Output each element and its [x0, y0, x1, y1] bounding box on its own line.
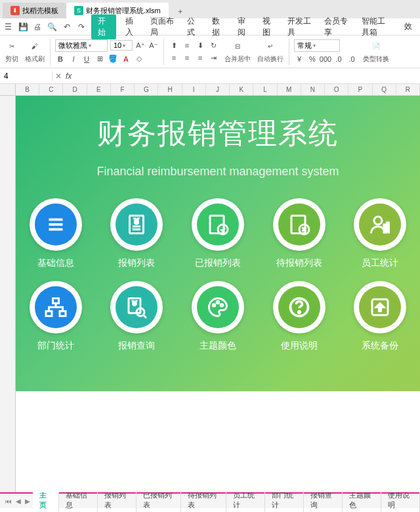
- select-all-corner[interactable]: [0, 84, 16, 95]
- svg-text:¥: ¥: [133, 300, 137, 307]
- svg-rect-15: [46, 311, 52, 316]
- percent-icon[interactable]: %: [307, 54, 318, 64]
- col-header[interactable]: Q: [373, 84, 396, 95]
- svg-rect-12: [384, 224, 386, 232]
- col-header[interactable]: G: [135, 84, 158, 95]
- bold-icon[interactable]: B: [55, 54, 66, 64]
- dashboard-item-7[interactable]: 主题颜色: [187, 281, 249, 352]
- redo-icon[interactable]: ↷: [77, 21, 86, 33]
- merge-group[interactable]: ⊟ 合并居中: [222, 40, 253, 64]
- backup-icon: [359, 286, 401, 328]
- dashboard-item-0[interactable]: 基础信息: [25, 198, 87, 269]
- icon-circle: ¥: [110, 198, 163, 251]
- col-header[interactable]: M: [278, 84, 301, 95]
- underline-icon[interactable]: U: [81, 54, 92, 64]
- svg-rect-16: [60, 311, 66, 316]
- font-size-dropdown[interactable]: 10: [110, 40, 133, 51]
- col-header[interactable]: R: [396, 84, 420, 95]
- menu-smart-tools[interactable]: 智能工具箱: [358, 16, 395, 38]
- highlight-icon[interactable]: ◇: [134, 54, 144, 64]
- svg-point-25: [298, 311, 299, 312]
- merge-label: 合并居中: [224, 54, 251, 64]
- fx-label[interactable]: fx: [66, 72, 72, 81]
- name-box[interactable]: 4: [0, 72, 52, 81]
- format-painter-group[interactable]: 🖌 格式刷: [22, 40, 47, 64]
- menu-icon[interactable]: ☰: [4, 21, 13, 33]
- cut-group[interactable]: ✂ 剪切: [3, 40, 21, 64]
- decrease-font-icon[interactable]: A⁻: [148, 40, 159, 51]
- align-left-icon[interactable]: ≡: [169, 53, 179, 63]
- align-right-icon[interactable]: ≡: [195, 53, 205, 63]
- font-family-dropdown[interactable]: 微软雅黑: [55, 39, 108, 52]
- type-convert-group[interactable]: 📄 类型转换: [360, 40, 392, 64]
- indent-icon[interactable]: ⇥: [208, 53, 219, 63]
- col-header[interactable]: I: [182, 84, 206, 95]
- font-color-icon[interactable]: A: [121, 54, 131, 64]
- preview-icon[interactable]: 🔍: [47, 21, 57, 33]
- wrap-group[interactable]: ↵ 自动换行: [255, 40, 286, 64]
- decimal-dec-icon[interactable]: .0: [346, 54, 357, 64]
- svg-point-11: [374, 217, 382, 224]
- dashboard-item-1[interactable]: ¥报销列表: [106, 198, 168, 269]
- col-header[interactable]: D: [63, 84, 87, 95]
- col-header[interactable]: O: [325, 84, 348, 95]
- col-header[interactable]: J: [206, 84, 230, 95]
- orientation-icon[interactable]: ↻: [208, 40, 219, 51]
- align-bottom-icon[interactable]: ⬇: [195, 40, 205, 51]
- menu-insert[interactable]: 插入: [121, 16, 141, 38]
- col-header[interactable]: H: [158, 84, 182, 95]
- icon-circle: [354, 281, 406, 333]
- fx-cancel-icon[interactable]: ✕: [55, 72, 62, 81]
- col-header[interactable]: N: [301, 84, 325, 95]
- align-top-icon[interactable]: ⬆: [169, 40, 179, 51]
- col-header[interactable]: P: [348, 84, 372, 95]
- icon-label: 系统备份: [362, 340, 398, 352]
- spreadsheet-icon: S: [74, 6, 83, 15]
- dashboard-item-8[interactable]: 使用说明: [268, 281, 330, 352]
- col-header[interactable]: F: [111, 84, 135, 95]
- icon-circle: [30, 198, 82, 251]
- menu-page-layout[interactable]: 页面布局: [146, 16, 178, 38]
- menu-dev-tools[interactable]: 开发工具: [284, 16, 315, 38]
- italic-icon[interactable]: I: [68, 54, 79, 64]
- dashboard-item-9[interactable]: 系统备份: [349, 281, 411, 352]
- start-tab[interactable]: 开始: [91, 14, 116, 39]
- col-header[interactable]: B: [16, 84, 39, 95]
- formula-bar: 4 ✕ fx: [0, 68, 420, 84]
- comma-icon[interactable]: 000: [320, 54, 331, 64]
- row-headers[interactable]: [0, 96, 16, 492]
- print-icon[interactable]: 🖨: [33, 21, 43, 33]
- menu-data[interactable]: 数据: [208, 16, 228, 38]
- number-format-dropdown[interactable]: 常规: [294, 39, 340, 52]
- save-icon[interactable]: 💾: [18, 21, 28, 33]
- currency-icon[interactable]: ¥: [294, 54, 304, 64]
- sheet-nav-next-icon[interactable]: ▶: [23, 496, 33, 506]
- dashboard-item-4[interactable]: 员工统计: [349, 198, 411, 269]
- font-group: 微软雅黑 10 A⁺ A⁻ B I U ⊞ 🪣 A ◇: [53, 39, 161, 64]
- menu-member[interactable]: 会员专享: [320, 16, 352, 38]
- sheet-nav-prev-icon[interactable]: ◀: [14, 496, 24, 506]
- col-header[interactable]: E: [87, 84, 111, 95]
- dashboard-item-3[interactable]: 待报销列表: [268, 198, 330, 269]
- fill-color-icon[interactable]: 🪣: [108, 54, 118, 64]
- align-middle-icon[interactable]: ≡: [182, 40, 192, 51]
- menu-view[interactable]: 视图: [259, 16, 278, 38]
- decimal-inc-icon[interactable]: .0: [333, 54, 344, 64]
- sheet-nav-first-icon[interactable]: ⏮: [4, 496, 14, 506]
- paintbrush-icon: 🖌: [28, 40, 41, 53]
- separator: [289, 39, 289, 65]
- col-header[interactable]: K: [230, 84, 253, 95]
- menu-more[interactable]: 效: [400, 21, 416, 32]
- increase-font-icon[interactable]: A⁺: [135, 40, 146, 51]
- menu-review[interactable]: 审阅: [234, 16, 253, 38]
- tab-templates[interactable]: ⬇ 找稻壳模板: [3, 3, 66, 18]
- align-center-icon[interactable]: ≡: [182, 53, 192, 63]
- dashboard-item-2[interactable]: 已报销列表: [187, 198, 249, 269]
- border-icon[interactable]: ⊞: [94, 54, 105, 64]
- col-header[interactable]: L: [253, 84, 277, 95]
- dashboard-item-5[interactable]: 部门统计: [25, 281, 87, 352]
- undo-icon[interactable]: ↶: [62, 21, 72, 33]
- dashboard-item-6[interactable]: ¥报销查询: [106, 281, 168, 352]
- col-header[interactable]: C: [39, 84, 63, 95]
- menu-formula[interactable]: 公式: [183, 16, 203, 38]
